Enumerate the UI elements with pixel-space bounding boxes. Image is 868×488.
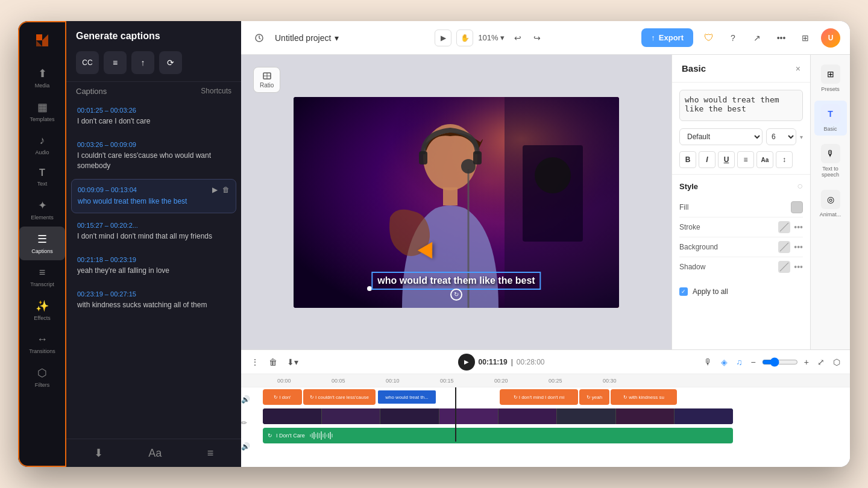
manual-caption-btn[interactable]: ≡ (104, 51, 127, 74)
apply-to-all-checkbox[interactable]: ✓ (679, 287, 688, 296)
caption-clip-selected[interactable]: who would treat th... (377, 389, 437, 405)
voice-over-btn[interactable]: ◈ (719, 355, 730, 369)
media-icon: ⬆ (38, 67, 47, 80)
auto-caption-btn[interactable]: CC (76, 51, 99, 74)
close-panel-btn[interactable]: × (796, 64, 800, 74)
underline-btn[interactable]: U (718, 151, 735, 168)
play-btn[interactable]: ▶ (435, 30, 451, 46)
zoom-slider[interactable] (762, 357, 798, 367)
zoom-control[interactable]: 101% ▾ (478, 33, 505, 42)
export-btn[interactable]: ↑ Export (641, 28, 693, 47)
caption-item[interactable]: 00:23:19 – 00:27:15 with kindness sucks … (71, 284, 236, 316)
background-swatch[interactable] (778, 241, 790, 253)
vol-icon-audio[interactable]: 🔊 (241, 442, 250, 451)
stroke-options-btn[interactable]: ••• (794, 222, 803, 232)
preset-item-text-to-speech[interactable]: 🎙 Text to speech (814, 140, 847, 181)
caption-clip[interactable]: ↻yeah (579, 389, 609, 405)
project-name[interactable]: Untitled project ▾ (275, 33, 339, 43)
zoom-out-btn[interactable]: − (749, 355, 758, 369)
hand-tool-btn[interactable]: ✋ (456, 30, 473, 46)
caption-item-active[interactable]: 00:09:09 – 00:13:04 ▶ 🗑 who would treat … (71, 179, 236, 213)
fill-swatch[interactable] (791, 201, 803, 213)
sidebar-item-templates[interactable]: ▦ Templates (19, 95, 65, 128)
video-caption-text[interactable]: who would treat them like the best (371, 272, 541, 290)
vol-icon-caption[interactable]: 🔊 (241, 395, 250, 404)
sidebar-item-audio[interactable]: ♪ Audio (19, 128, 65, 161)
ratio-btn[interactable]: Ratio (253, 67, 280, 93)
import-caption-btn[interactable]: ↑ (131, 51, 154, 74)
caption-rotate-handle[interactable]: ↻ (450, 289, 462, 301)
save-icon-btn[interactable] (251, 30, 268, 46)
more-options-btn[interactable]: ⬇▾ (285, 355, 301, 369)
bold-btn[interactable]: B (679, 151, 696, 168)
background-label: Background (679, 243, 718, 251)
edit-icon-video[interactable]: ✏ (241, 419, 247, 427)
caption-settings-btn[interactable]: ≡ (207, 446, 214, 460)
caption-text: I don't care I don't care (77, 116, 230, 127)
sidebar-item-captions[interactable]: ☰ Captions (19, 227, 65, 260)
play-caption-btn[interactable]: ▶ (212, 186, 218, 194)
preset-item-presets[interactable]: ⊞ Presets (814, 61, 847, 96)
background-options-btn[interactable]: ••• (794, 242, 803, 252)
split-btn[interactable]: ⋮ (248, 355, 262, 369)
fullscreen-btn[interactable]: ⤢ (815, 355, 827, 369)
font-size-select[interactable]: 6 8 12 (766, 128, 796, 145)
caption-item[interactable]: 00:21:18 – 00:23:19 yeah they're all fal… (71, 250, 236, 282)
shield-btn[interactable]: 🛡 (700, 30, 717, 46)
shadow-options-btn[interactable]: ••• (794, 262, 803, 272)
clip-icon: ↻ (587, 395, 591, 400)
caption-view-btn[interactable]: ⬡ (831, 355, 843, 369)
share-btn[interactable]: ↗ (749, 30, 766, 46)
sidebar-item-transcript[interactable]: ≡ Transcript (19, 260, 65, 293)
caption-item[interactable]: 00:15:27 – 00:20:2... I don't mind I don… (71, 216, 236, 248)
font-family-select[interactable]: Default (679, 128, 763, 145)
stroke-swatch[interactable] (778, 221, 790, 233)
export-srt-btn[interactable]: ⬇ (94, 446, 103, 460)
caption-clip[interactable]: ↻I don' (263, 389, 302, 405)
audio-track-label: I Don't Care (276, 433, 305, 439)
caption-clip[interactable]: ↻I don't mind I don't mi (500, 389, 578, 405)
shadow-swatch[interactable] (778, 261, 790, 273)
zoom-in-btn[interactable]: + (802, 355, 811, 369)
caption-clip[interactable]: ↻I couldn't care less'cause (303, 389, 376, 405)
music-btn[interactable]: ♫ (734, 355, 745, 369)
templates-icon: ▦ (37, 101, 48, 114)
case-btn[interactable]: Aa (756, 151, 773, 168)
undo-btn[interactable]: ↩ (509, 30, 526, 46)
play-pause-btn[interactable]: ▶ (458, 354, 475, 371)
sidebar-item-elements[interactable]: ✦ Elements (19, 193, 65, 227)
sidebar-item-media[interactable]: ⬆ Media (19, 61, 65, 95)
sidebar-item-filters[interactable]: ⬡ Filters (19, 360, 65, 394)
caption-text-editor[interactable]: who would treat them like the best (679, 90, 803, 121)
redo-btn[interactable]: ↪ (529, 30, 546, 46)
sidebar-item-text[interactable]: T Text (19, 161, 65, 193)
caption-clip[interactable]: ↻with kindness su (611, 389, 677, 405)
audio-track[interactable]: ↻ I Don't Care (263, 428, 733, 443)
translate-btn[interactable]: Aa (148, 446, 162, 460)
caption-item[interactable]: 00:03:26 – 00:09:09 I couldn't care less… (71, 135, 236, 177)
shortcuts-label[interactable]: Shortcuts (201, 87, 231, 96)
avatar[interactable]: U (821, 28, 840, 48)
style-reset-btn[interactable]: ○ (797, 181, 803, 192)
italic-btn[interactable]: I (699, 151, 715, 168)
more-btn[interactable]: ••• (773, 30, 790, 46)
help-btn[interactable]: ? (725, 30, 741, 46)
sidebar-item-effects[interactable]: ✨ Effects (19, 293, 65, 327)
spacing-btn[interactable]: ↕ (776, 151, 793, 168)
ruler-mark: 00:15 (440, 378, 494, 384)
ai-caption-btn[interactable]: ⟳ (159, 51, 182, 74)
audio-track-controls: 🔊 (241, 437, 250, 456)
align-btn[interactable]: ≡ (737, 151, 754, 168)
sidebar-item-transitions[interactable]: ↔ Transitions (19, 327, 65, 360)
playhead[interactable] (455, 387, 456, 442)
layout-btn[interactable]: ⊞ (797, 30, 814, 46)
microphone-btn[interactable]: 🎙 (702, 355, 715, 369)
delete-caption-btn[interactable]: 🗑 (222, 186, 230, 194)
video-track[interactable] (263, 408, 733, 424)
caption-item[interactable]: 00:01:25 – 00:03:26 I don't care I don't… (71, 101, 236, 133)
caption-text: yeah they're all falling in love (77, 266, 230, 276)
preset-item-basic[interactable]: T Basic (814, 101, 847, 136)
preset-item-animate[interactable]: ◎ Animat... (814, 186, 847, 221)
delete-btn[interactable]: 🗑 (266, 355, 280, 369)
sidebar: ⬆ Media ▦ Templates ♪ Audio T Text ✦ Ele… (18, 21, 66, 467)
